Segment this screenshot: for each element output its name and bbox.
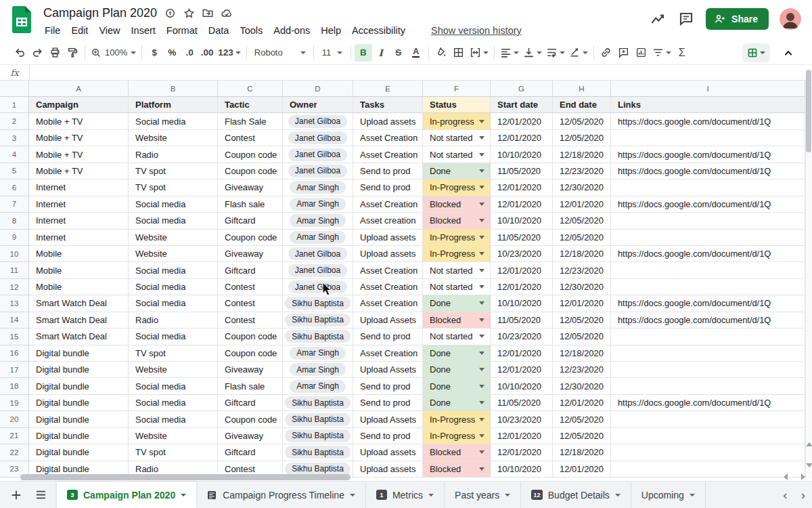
text-wrap-button[interactable] xyxy=(544,44,567,62)
cell-B6[interactable]: TV spot xyxy=(129,179,218,196)
cell-E21[interactable]: Send to prod xyxy=(353,428,423,444)
status-dropdown-icon[interactable] xyxy=(479,169,484,173)
cell-F6[interactable]: In-Progress xyxy=(423,179,491,196)
cell-G18[interactable]: 10/10/2020 xyxy=(491,378,553,394)
status-dropdown-icon[interactable] xyxy=(479,450,484,454)
cell-C19[interactable]: Giftcard xyxy=(218,395,283,411)
cell-H21[interactable]: 12/05/2020 xyxy=(553,428,611,444)
cell-H23[interactable]: 12/01/2020 xyxy=(553,461,611,478)
cell-D12[interactable]: Janet Gilboa xyxy=(283,279,353,295)
status-dropdown-icon[interactable] xyxy=(479,252,484,255)
cell-I4[interactable]: https://docs.google.com/document/d/1Q xyxy=(611,146,805,163)
cell-A22[interactable]: Digital bundle xyxy=(29,444,129,461)
cell-B5[interactable]: TV spot xyxy=(129,163,218,179)
borders-button[interactable] xyxy=(450,44,468,62)
cell-G6[interactable]: 12/01/2020 xyxy=(491,179,553,196)
cell-D15[interactable]: Sikhu Baptista xyxy=(283,329,353,345)
cell-C20[interactable]: Coupon code xyxy=(218,411,283,427)
format-percent-button[interactable]: % xyxy=(163,44,181,62)
cell-B3[interactable]: Website xyxy=(129,130,218,146)
row-header-11[interactable]: 11 xyxy=(0,262,29,278)
cell-D3[interactable]: Janet Gilboa xyxy=(283,130,353,146)
cell-H19[interactable]: 12/01/2020 xyxy=(553,395,611,411)
cell-B19[interactable]: Social media xyxy=(129,395,218,411)
cell-G21[interactable]: 12/01/2020 xyxy=(491,428,553,444)
horizontal-align-button[interactable] xyxy=(498,44,521,62)
cell-B22[interactable]: TV spot xyxy=(129,444,218,461)
insights-icon[interactable] xyxy=(649,10,667,28)
status-dropdown-icon[interactable] xyxy=(479,385,484,388)
print-button[interactable] xyxy=(46,44,64,62)
cell-H22[interactable]: 12/18/2020 xyxy=(553,444,611,461)
cell-A21[interactable]: Digital bundle xyxy=(29,428,129,444)
cell-H10[interactable]: 12/18/2020 xyxy=(553,246,611,262)
cell-C10[interactable]: Giveaway xyxy=(218,246,283,262)
cell-D17[interactable]: Amar Singh xyxy=(283,362,353,378)
cell-F9[interactable]: In-Progress xyxy=(423,230,491,246)
cell-H17[interactable]: 12/23/2020 xyxy=(553,362,611,378)
cell-E20[interactable]: Upload Assets xyxy=(353,411,423,427)
cell-I2[interactable]: https://docs.google.com/document/d/1Q xyxy=(611,113,805,129)
cell-G13[interactable]: 10/10/2020 xyxy=(491,295,553,312)
cell-F2[interactable]: In-progress xyxy=(423,113,491,129)
star-icon[interactable] xyxy=(183,7,195,19)
cell-H20[interactable]: 12/05/2020 xyxy=(553,411,611,427)
cell-E18[interactable]: Send to prod xyxy=(353,378,423,394)
row-header-15[interactable]: 15 xyxy=(0,329,29,345)
column-header-D[interactable]: D xyxy=(283,81,353,97)
row-header-22[interactable]: 22 xyxy=(0,444,29,461)
status-dropdown-icon[interactable] xyxy=(479,434,484,438)
cell-H7[interactable]: 12/01/2020 xyxy=(553,196,611,213)
cell-H4[interactable]: 12/18/2020 xyxy=(553,146,611,163)
cell-F20[interactable]: In-Progress xyxy=(423,411,491,427)
cell-G15[interactable]: 10/23/2020 xyxy=(491,329,553,345)
cell-E5[interactable]: Send to prod xyxy=(353,163,423,179)
status-dropdown-icon[interactable] xyxy=(479,203,484,206)
paint-format-button[interactable] xyxy=(64,44,81,62)
cell-E2[interactable]: Upload assets xyxy=(353,113,423,129)
cell-I17[interactable] xyxy=(611,362,805,378)
cell-G5[interactable]: 11/05/2020 xyxy=(491,163,553,179)
cell-I6[interactable] xyxy=(611,179,805,196)
cell-C12[interactable]: Contest xyxy=(218,279,283,295)
status-dropdown-icon[interactable] xyxy=(479,401,484,404)
cell-I11[interactable] xyxy=(611,262,805,278)
cell-C5[interactable]: Coupon code xyxy=(218,163,283,179)
vertical-scrollbar-thumb[interactable] xyxy=(806,70,811,152)
functions-button[interactable]: Σ xyxy=(673,44,691,62)
cell-A16[interactable]: Digital bundle xyxy=(29,345,129,362)
strikethrough-button[interactable]: S xyxy=(390,44,407,62)
cell-B13[interactable]: Social media xyxy=(129,295,218,312)
cell-B2[interactable]: Social media xyxy=(129,113,218,129)
cell-G7[interactable]: 12/01/2020 xyxy=(491,196,553,213)
cell-D14[interactable]: Sikhu Baptista xyxy=(283,312,353,329)
cell-F15[interactable]: Not started xyxy=(423,329,491,345)
cell-B20[interactable]: Social media xyxy=(129,411,218,427)
comments-icon[interactable] xyxy=(677,10,695,28)
cell-I3[interactable] xyxy=(611,130,805,146)
cell-B17[interactable]: Website xyxy=(129,362,218,378)
menu-file[interactable]: File xyxy=(43,24,66,37)
cell-F3[interactable]: Not started xyxy=(423,130,491,146)
insert-link-button[interactable] xyxy=(597,44,615,62)
cloud-saved-icon[interactable] xyxy=(221,7,233,19)
cell-F7[interactable]: Blocked xyxy=(423,196,491,213)
column-header-G[interactable]: G xyxy=(491,81,553,97)
tab-campaign-progress-timeline[interactable]: Campaign Progress Timeline xyxy=(196,482,366,508)
cell-G22[interactable]: 12/01/2020 xyxy=(491,444,553,461)
menu-insert[interactable]: Insert xyxy=(126,24,161,37)
row-header-12[interactable]: 12 xyxy=(0,279,29,295)
cell-B11[interactable]: Social media xyxy=(129,262,218,278)
hide-menus-button[interactable] xyxy=(780,44,797,62)
cell-F19[interactable]: Done xyxy=(423,395,491,411)
column-header-C[interactable]: C xyxy=(218,81,283,97)
row-header-4[interactable]: 4 xyxy=(0,146,29,163)
insert-comment-button[interactable] xyxy=(615,44,633,62)
font-family-select[interactable]: Roboto xyxy=(250,44,310,62)
cell-D9[interactable]: Amar Singh xyxy=(283,230,353,246)
cell-B7[interactable]: Social media xyxy=(129,196,218,213)
cell-G8[interactable]: 10/10/2020 xyxy=(491,213,553,229)
cell-C6[interactable]: Giveaway xyxy=(218,179,283,196)
menu-help[interactable]: Help xyxy=(315,24,346,37)
cell-A14[interactable]: Smart Watch Deal xyxy=(29,312,129,329)
